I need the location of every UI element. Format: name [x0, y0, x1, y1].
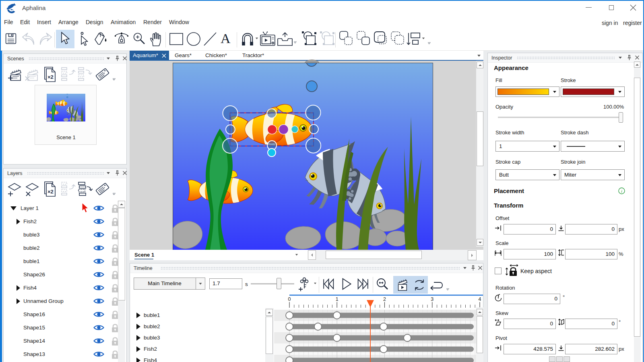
- svg-text:3: 3: [431, 296, 433, 302]
- svg-text:×2: ×2: [47, 74, 54, 80]
- svg-text:4: 4: [479, 296, 481, 302]
- svg-text:×2: ×2: [47, 189, 54, 195]
- svg-text:1: 1: [336, 296, 339, 302]
- svg-text:2: 2: [383, 296, 386, 302]
- svg-text:i: i: [621, 189, 622, 193]
- svg-text:0: 0: [288, 296, 291, 302]
